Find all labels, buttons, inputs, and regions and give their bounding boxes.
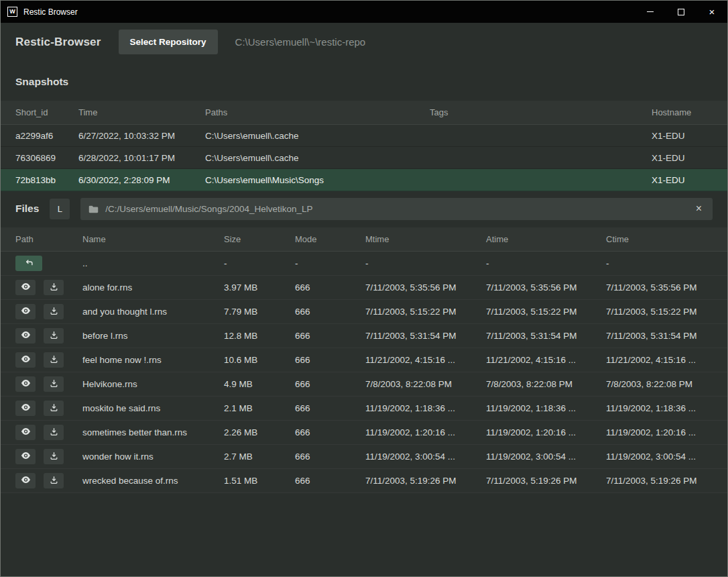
files-path-bar[interactable]: /C:/Users/emuell/Music/Songs/2004_Helvet… [80, 198, 713, 220]
file-ctime: 11/19/2002, 3:00:54 ... [606, 452, 713, 462]
file-atime: 11/19/2002, 3:00:54 ... [486, 452, 606, 462]
download-file-button[interactable] [44, 449, 64, 464]
file-row[interactable]: and you thought l.rns 7.79 MB 666 7/11/2… [1, 300, 727, 324]
download-file-button[interactable] [44, 304, 64, 319]
file-mode: 666 [295, 355, 365, 365]
file-row[interactable]: sometimes better than.rns 2.26 MB 666 11… [1, 421, 727, 445]
file-size: 2.1 MB [224, 403, 295, 413]
file-row[interactable]: Helvikone.rns 4.9 MB 666 7/8/2003, 8:22:… [1, 372, 727, 397]
parent-directory-row[interactable]: .. - - - - - [1, 252, 727, 276]
preview-file-button[interactable] [15, 352, 36, 368]
download-file-button[interactable] [44, 401, 64, 416]
file-mtime: 11/19/2002, 1:18:36 ... [365, 403, 486, 413]
file-size: 4.9 MB [224, 379, 295, 389]
file-row[interactable]: wrecked because of.rns 1.51 MB 666 7/11/… [1, 469, 727, 493]
file-mtime: 7/8/2003, 8:22:08 PM [365, 379, 486, 389]
go-to-parent-button[interactable] [15, 256, 42, 271]
preview-file-button[interactable] [15, 449, 36, 464]
minimize-button[interactable] [635, 1, 666, 23]
column-header-path: Path [15, 234, 82, 244]
file-size: 7.79 MB [224, 307, 295, 317]
snapshots-heading: Snapshots [1, 61, 727, 101]
download-file-button[interactable] [44, 425, 64, 440]
snapshot-short-id: 76306869 [15, 153, 78, 163]
file-row[interactable]: feel home now !.rns 10.6 MB 666 11/21/20… [1, 348, 727, 372]
download-icon [50, 427, 58, 438]
snapshot-paths: C:\Users\emuell\Music\Songs [205, 175, 430, 185]
snapshot-row[interactable]: 76306869 6/28/2022, 10:01:17 PM C:\Users… [1, 147, 727, 169]
file-row[interactable]: before l.rns 12.8 MB 666 7/11/2003, 5:31… [1, 324, 727, 348]
select-repository-button[interactable]: Select Repository [119, 30, 218, 54]
file-name: moskito he said.rns [82, 403, 224, 413]
folder-icon [88, 205, 99, 213]
column-header-mtime: Mtime [365, 234, 486, 244]
file-name: Helvikone.rns [82, 379, 224, 389]
app-window: W Restic Browser × Restic-Browser Select… [0, 0, 728, 577]
maximize-button[interactable] [666, 1, 696, 23]
file-size: - [224, 258, 295, 268]
file-size: 12.8 MB [224, 331, 295, 341]
eye-icon [21, 282, 31, 293]
file-mtime: 7/11/2003, 5:19:26 PM [365, 476, 486, 486]
preview-file-button[interactable] [15, 328, 36, 344]
file-mode: 666 [295, 476, 365, 486]
eye-icon [21, 427, 31, 437]
repository-path: C:\Users\emuell\~\restic-repo [235, 36, 366, 48]
file-ctime: 7/11/2003, 5:19:26 PM [606, 476, 713, 486]
file-ctime: 11/21/2002, 4:15:16 ... [606, 355, 713, 365]
file-name: alone for.rns [82, 282, 224, 293]
title-bar[interactable]: W Restic Browser × [1, 1, 727, 23]
download-file-button[interactable] [44, 328, 64, 344]
app-icon: W [7, 7, 17, 17]
file-mtime: 7/11/2003, 5:31:54 PM [365, 331, 486, 341]
file-name: feel home now !.rns [82, 355, 224, 365]
column-header-name: Name [82, 234, 224, 244]
file-ctime: 7/11/2003, 5:31:54 PM [606, 331, 713, 341]
eye-icon [21, 403, 31, 413]
snapshot-time: 6/30/2022, 2:28:09 PM [78, 175, 205, 185]
files-current-path: /C:/Users/emuell/Music/Songs/2004_Helvet… [105, 204, 312, 214]
file-atime: 7/11/2003, 5:31:54 PM [486, 331, 606, 341]
file-name: wonder how it.rns [82, 452, 224, 462]
eye-icon [21, 452, 31, 462]
preview-file-button[interactable] [15, 280, 36, 295]
snapshot-row[interactable]: 72b813bb 6/30/2022, 2:28:09 PM C:\Users\… [1, 169, 727, 191]
file-atime: 7/11/2003, 5:19:26 PM [486, 476, 606, 486]
file-mtime: 11/21/2002, 4:15:16 ... [365, 355, 486, 365]
preview-file-button[interactable] [15, 473, 36, 488]
preview-file-button[interactable] [15, 401, 36, 416]
column-header-tags: Tags [430, 107, 652, 117]
download-file-button[interactable] [44, 352, 64, 368]
file-atime: - [486, 258, 606, 268]
app-title: Restic-Browser [15, 36, 101, 49]
download-icon [50, 331, 58, 342]
snapshot-short-id: a2299af6 [15, 131, 78, 141]
app-header: Restic-Browser Select Repository C:\User… [1, 23, 727, 61]
clear-path-button[interactable]: × [693, 202, 705, 215]
snapshots-table-body: a2299af6 6/27/2022, 10:03:32 PM C:\Users… [1, 125, 727, 191]
download-file-button[interactable] [44, 376, 64, 392]
minimize-icon [647, 11, 654, 12]
files-table-body: alone for.rns 3.97 MB 666 7/11/2003, 5:3… [1, 276, 727, 493]
file-row[interactable]: alone for.rns 3.97 MB 666 7/11/2003, 5:3… [1, 276, 727, 300]
snapshot-row[interactable]: a2299af6 6/27/2022, 10:03:32 PM C:\Users… [1, 125, 727, 147]
snapshot-time: 6/28/2022, 10:01:17 PM [78, 153, 205, 163]
eye-icon [21, 379, 31, 389]
snapshot-hostname: X1-EDU [652, 131, 713, 141]
download-file-button[interactable] [44, 280, 64, 295]
file-row[interactable]: moskito he said.rns 2.1 MB 666 11/19/200… [1, 397, 727, 421]
file-row[interactable]: wonder how it.rns 2.7 MB 666 11/19/2002,… [1, 445, 727, 469]
download-file-button[interactable] [44, 473, 64, 488]
preview-file-button[interactable] [15, 304, 36, 319]
close-button[interactable]: × [696, 1, 727, 23]
file-ctime: 7/11/2003, 5:15:22 PM [606, 307, 713, 317]
preview-file-button[interactable] [15, 425, 36, 440]
file-mode: - [295, 258, 365, 268]
file-atime: 11/19/2002, 1:18:36 ... [486, 403, 606, 413]
file-mode: 666 [295, 379, 365, 389]
eye-icon [21, 307, 31, 317]
files-bar: Files L /C:/Users/emuell/Music/Songs/200… [1, 191, 727, 226]
files-list-mode-button[interactable]: L [50, 199, 70, 219]
file-atime: 7/8/2003, 8:22:08 PM [486, 379, 606, 389]
preview-file-button[interactable] [15, 376, 36, 392]
